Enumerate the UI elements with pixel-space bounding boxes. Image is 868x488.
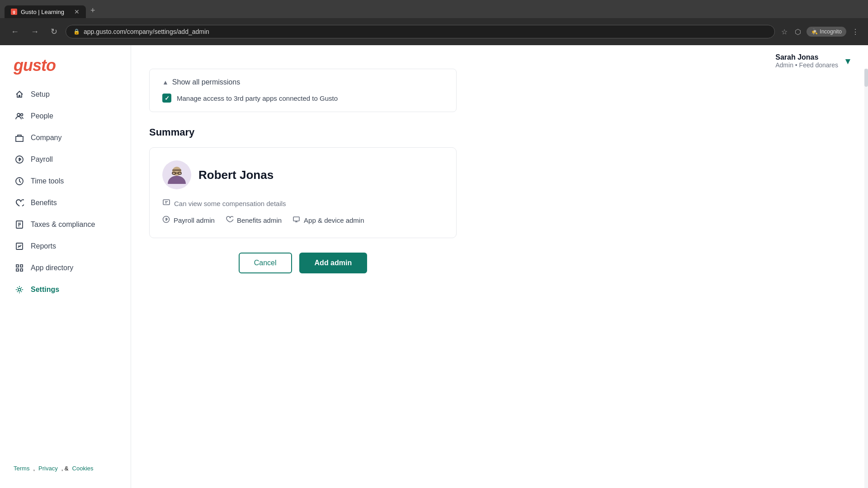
browser-actions: ☆ ⬡ 🕵 Incognito ⋮	[779, 26, 861, 38]
role-badge-app-device: App & device admin	[292, 216, 364, 225]
reload-button[interactable]: ↻	[47, 25, 61, 38]
tab-bar: g Gusto | Learning ✕ +	[0, 0, 868, 18]
svg-rect-23	[163, 200, 170, 205]
svg-rect-14	[16, 269, 19, 271]
permission-checkbox-0[interactable]: ✓	[162, 94, 171, 103]
svg-rect-13	[20, 265, 23, 267]
main-content: ▲ Show all permissions ✓ Manage access t…	[131, 69, 868, 488]
sidebar-item-people[interactable]: People	[7, 106, 123, 127]
action-buttons: Cancel Add admin	[149, 253, 457, 273]
sidebar-item-company[interactable]: Company	[7, 127, 123, 148]
checkmark-icon: ✓	[165, 95, 170, 102]
address-bar[interactable]: 🔒 app.gusto.com/company/settings/add_adm…	[66, 25, 775, 38]
app-device-role-label: App & device admin	[304, 216, 364, 224]
browser-chrome: g Gusto | Learning ✕ + ← → ↻ 🔒 app.gusto…	[0, 0, 868, 45]
sidebar-item-taxes-label: Taxes & compliance	[31, 221, 95, 229]
footer-sep2: , &	[61, 465, 69, 472]
scroll-thumb[interactable]	[864, 69, 868, 87]
bookmark-button[interactable]: ☆	[779, 26, 789, 38]
scroll-track	[864, 69, 868, 488]
terms-link[interactable]: Terms	[14, 465, 29, 472]
avatar	[162, 160, 191, 189]
add-admin-button[interactable]: Add admin	[299, 253, 368, 273]
reports-icon	[14, 241, 24, 251]
sidebar-item-payroll[interactable]: Payroll	[7, 149, 123, 170]
svg-point-1	[21, 114, 23, 116]
person-name: Robert Jonas	[198, 168, 274, 182]
person-header: Robert Jonas	[162, 160, 443, 189]
app-container: gusto Setup People Com	[0, 45, 868, 488]
new-tab-button[interactable]: +	[86, 3, 100, 18]
svg-rect-2	[16, 136, 23, 141]
svg-rect-19	[172, 169, 181, 171]
sidebar: gusto Setup People Com	[0, 45, 131, 488]
sidebar-item-reports[interactable]: Reports	[7, 236, 123, 257]
lock-icon: 🔒	[73, 28, 80, 35]
incognito-badge: 🕵 Incognito	[807, 27, 846, 37]
role-badge-payroll: Payroll admin	[162, 216, 215, 225]
svg-rect-15	[20, 269, 23, 271]
forward-button[interactable]: →	[27, 25, 42, 38]
sidebar-item-time-tools[interactable]: Time tools	[7, 171, 123, 192]
sidebar-item-taxes[interactable]: Taxes & compliance	[7, 214, 123, 235]
sidebar-item-setup[interactable]: Setup	[7, 84, 123, 105]
compensation-icon	[162, 198, 170, 208]
top-bar: Sarah Jonas Admin • Feed donares ▾	[131, 45, 868, 69]
sidebar-item-settings[interactable]: Settings	[7, 279, 123, 300]
permission-text-0: Manage access to 3rd party apps connecte…	[177, 94, 338, 102]
browser-menu-button[interactable]: ⋮	[850, 26, 861, 38]
person-detail: Can view some compensation details	[162, 198, 443, 208]
summary-card: Robert Jonas Can view some compensation …	[149, 147, 457, 238]
extension-button[interactable]: ⬡	[793, 26, 803, 38]
person-detail-text: Can view some compensation details	[174, 200, 286, 207]
active-tab[interactable]: g Gusto | Learning ✕	[5, 5, 86, 18]
nav-bar: ← → ↻ 🔒 app.gusto.com/company/settings/a…	[0, 18, 868, 45]
settings-icon	[14, 285, 24, 295]
sidebar-item-settings-label: Settings	[31, 286, 59, 294]
svg-rect-27	[293, 217, 299, 221]
sidebar-item-benefits-label: Benefits	[31, 199, 57, 207]
payroll-role-icon	[162, 216, 170, 225]
people-icon	[14, 111, 24, 121]
address-text: app.gusto.com/company/settings/add_admin	[84, 28, 209, 35]
payroll-icon	[14, 155, 24, 164]
payroll-role-label: Payroll admin	[174, 216, 215, 224]
benefits-icon	[14, 198, 24, 208]
taxes-icon	[14, 220, 24, 230]
user-name: Sarah Jonas	[775, 53, 838, 61]
home-icon	[14, 89, 24, 99]
svg-point-16	[18, 288, 21, 291]
sidebar-item-setup-label: Setup	[31, 90, 50, 99]
user-info[interactable]: Sarah Jonas Admin • Feed donares ▾	[775, 53, 850, 69]
svg-rect-12	[16, 265, 19, 267]
content-area: ▲ Show all permissions ✓ Manage access t…	[131, 69, 475, 291]
permissions-section: ▲ Show all permissions ✓ Manage access t…	[149, 69, 457, 112]
incognito-icon: 🕵	[811, 28, 818, 35]
person-roles: Payroll admin Benefits admin	[162, 216, 443, 225]
sidebar-item-app-directory[interactable]: App directory	[7, 258, 123, 278]
permission-item-0: ✓ Manage access to 3rd party apps connec…	[162, 94, 443, 103]
user-chevron-icon[interactable]: ▾	[845, 56, 850, 66]
sidebar-item-company-label: Company	[31, 134, 61, 142]
sidebar-item-time-tools-label: Time tools	[31, 177, 64, 185]
sidebar-item-benefits[interactable]: Benefits	[7, 192, 123, 213]
tab-close-button[interactable]: ✕	[74, 8, 80, 15]
tab-favicon: g	[11, 9, 17, 15]
permissions-toggle-label: Show all permissions	[172, 78, 240, 86]
chevron-up-icon: ▲	[162, 79, 169, 86]
cookies-link[interactable]: Cookies	[72, 465, 94, 472]
sidebar-footer: Terms , Privacy , & Cookies	[0, 458, 131, 479]
permissions-toggle[interactable]: ▲ Show all permissions	[162, 78, 443, 86]
benefits-role-label: Benefits admin	[237, 216, 282, 224]
time-icon	[14, 176, 24, 186]
incognito-label: Incognito	[820, 28, 842, 35]
privacy-link[interactable]: Privacy	[38, 465, 58, 472]
back-button[interactable]: ←	[7, 25, 23, 38]
sidebar-item-app-directory-label: App directory	[31, 264, 73, 272]
benefits-role-icon	[226, 216, 233, 225]
svg-point-0	[17, 113, 20, 116]
cancel-button[interactable]: Cancel	[239, 253, 292, 273]
logo-area: gusto	[0, 45, 131, 84]
company-icon	[14, 133, 24, 143]
footer-sep1: ,	[33, 465, 35, 472]
